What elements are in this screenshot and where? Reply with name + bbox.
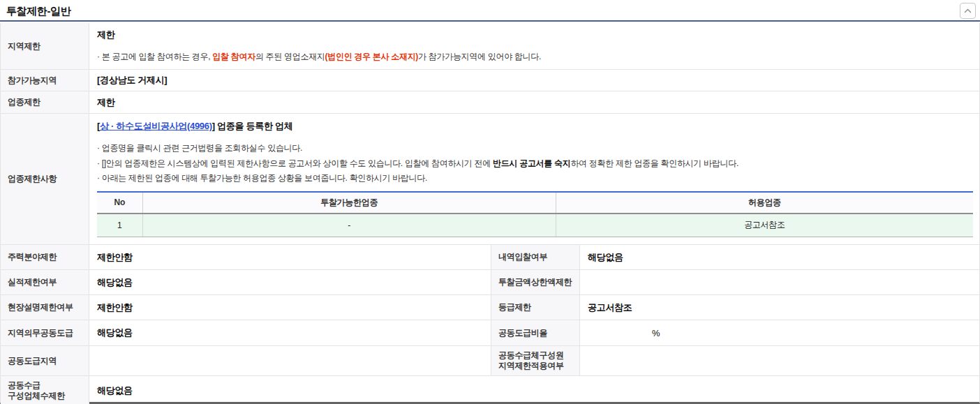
field-value: 공고서참조: [580, 295, 979, 320]
note-text: · 본 공고에 입찰 참여하는 경우,: [97, 52, 212, 61]
field-label: 업종제한사항: [1, 114, 89, 244]
industry-detail-cell: [상 · 하수도설비공사업(4996)] 업종을 등록한 업체 · 업종명을 클…: [89, 114, 979, 244]
industry-bullet: · 아래는 제한된 업종에 대해 투찰가능한 허용업종 상황을 보여줍니다. 확…: [97, 171, 973, 186]
allowed-industry-table: No 투찰가능한업종 허용업종 1 - 공고서참조: [97, 191, 973, 238]
table-row-region-restriction: 지역제한 제한 · 본 공고에 입찰 참여하는 경우, 입찰 참여자의 주된 영…: [1, 23, 979, 70]
field-label: 투찰금액상한액제한: [491, 270, 580, 294]
cell-no: 1: [97, 214, 142, 237]
table-row: 1 - 공고서참조: [97, 214, 973, 237]
note-emphasis: 입찰 참여자: [212, 52, 255, 61]
section-titlebar: 투찰제한-일반: [0, 0, 980, 22]
table-row-member-count-limit: 공동수급 구성업체수제한 해당없음: [1, 376, 979, 404]
field-label: 공동수급체구성원 지역제한적용여부: [491, 346, 580, 375]
field-value: 제한안함: [89, 245, 491, 269]
column-header-no: No: [97, 192, 142, 214]
registered-suffix: 업종을 등록한 업체: [215, 121, 293, 131]
eligible-area-value: [경상남도 거제시]: [89, 70, 979, 91]
field-value: 해당없음: [89, 270, 491, 294]
field-value: [89, 346, 491, 375]
field-label: 공동도급비율: [491, 320, 580, 345]
bullet-text: · []안의 업종제한은 시스템상에 입력된 제한사항으로 공고서와 상이할 수…: [97, 158, 493, 168]
region-restriction-value: 제한: [97, 29, 974, 41]
field-label: 주력분야제한: [1, 245, 89, 269]
table-row-pair: 실적제한여부 해당없음 투찰금액상한액제한: [1, 270, 979, 295]
field-label: 지역의무공동도급: [1, 320, 89, 345]
field-value: 해당없음: [89, 320, 491, 345]
collapse-button[interactable]: [960, 3, 976, 19]
chevron-up-icon: [964, 8, 972, 13]
field-label: 실적제한여부: [1, 270, 89, 294]
field-label: 지역제한: [1, 23, 89, 69]
cell-allowed: 공고서참조: [556, 214, 973, 237]
table-row-pair: 공동도급지역 공동수급체구성원 지역제한적용여부: [1, 346, 979, 376]
bid-restriction-panel: 투찰제한-일반 지역제한 제한 · 본 공고에 입찰 참여하는 경우, 입찰 참…: [0, 0, 980, 404]
bullet-bold: 반드시 공고서를 숙지: [493, 158, 570, 168]
field-label: 업종제한: [1, 91, 89, 113]
industry-bullet: · 업종명을 클릭시 관련 근거법령을 조회하실수 있습니다.: [97, 141, 973, 156]
registered-industry-line: [상 · 하수도설비공사업(4996)] 업종을 등록한 업체: [97, 120, 973, 133]
field-label: 공동수급 구성업체수제한: [1, 376, 89, 404]
joint-supply-ratio-value: %: [580, 320, 979, 345]
note-emphasis: (법인인 경우 본사 소재지): [325, 52, 419, 61]
bullet-text: · 아래는 제한된 업종에 대해 투찰가능한 허용업종 상황을 보여줍니다. 확…: [97, 173, 427, 183]
page-title: 투찰제한-일반: [0, 3, 70, 18]
field-value: 해당없음: [89, 376, 979, 404]
bullet-text: · 업종명을 클릭시 관련 근거법령을 조회하실수 있습니다.: [97, 143, 302, 153]
table-row-pair: 현장설명제한여부 제한안함 등급제한 공고서참조: [1, 295, 979, 320]
field-value: [580, 270, 979, 294]
industry-code-link[interactable]: 상 · 하수도설비공사업(4996): [100, 121, 212, 131]
region-restriction-note: · 본 공고에 입찰 참여하는 경우, 입찰 참여자의 주된 영업소재지(법인인…: [97, 51, 974, 63]
table-header-row: No 투찰가능한업종 허용업종: [97, 192, 973, 214]
field-label: 공동도급지역: [1, 346, 89, 375]
industry-bullet: · []안의 업종제한은 시스템상에 입력된 제한사항으로 공고서와 상이할 수…: [97, 156, 973, 172]
field-value: 제한안함: [89, 295, 491, 320]
field-value: 제한 · 본 공고에 입찰 참여하는 경우, 입찰 참여자의 주된 영업소재지(…: [89, 23, 979, 69]
note-text: 의 주된 영업소재지: [255, 52, 325, 61]
column-header-biddable: 투찰가능한업종: [142, 192, 556, 214]
field-value: [580, 346, 979, 375]
field-label: 등급제한: [491, 295, 580, 320]
table-row-pair: 지역의무공동도급 해당없음 공동도급비율 %: [1, 320, 979, 346]
table-row-industry-restriction: 업종제한 제한: [1, 91, 979, 114]
field-label: 내역입찰여부: [491, 245, 580, 269]
industry-restriction-value: 제한: [89, 91, 979, 113]
field-label: 참가가능지역: [1, 70, 89, 91]
table-row-industry-detail: 업종제한사항 [상 · 하수도설비공사업(4996)] 업종을 등록한 업체 ·…: [1, 114, 979, 245]
restriction-table: 지역제한 제한 · 본 공고에 입찰 참여하는 경우, 입찰 참여자의 주된 영…: [0, 23, 980, 404]
column-header-allowed: 허용업종: [556, 192, 973, 214]
field-label: 현장설명제한여부: [1, 295, 89, 320]
field-value: 해당없음: [580, 245, 979, 269]
cell-biddable: -: [142, 214, 556, 237]
table-row-pair: 주력분야제한 제한안함 내역입찰여부 해당없음: [1, 245, 979, 270]
table-row-eligible-area: 참가가능지역 [경상남도 거제시]: [1, 70, 979, 91]
note-text: 가 참가가능지역에 있어야 합니다.: [418, 52, 541, 61]
bullet-text: 하여 정확한 제한 업종을 확인하시기 바랍니다.: [570, 158, 738, 168]
